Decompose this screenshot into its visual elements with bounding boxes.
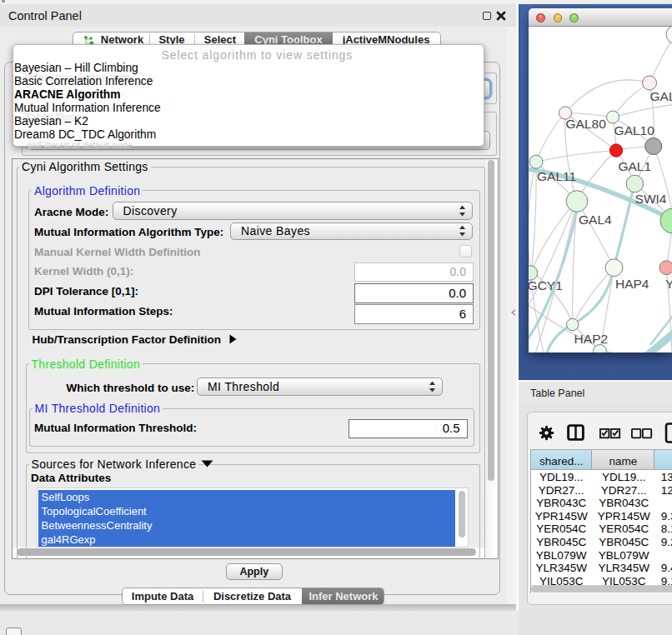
svg-text:GAL80: GAL80 [566,116,607,130]
svg-text:GAL11: GAL11 [537,169,576,183]
svg-text:GAL10: GAL10 [614,122,655,137]
svg-text:YM: YM [665,277,672,291]
svg-text:GCY1: GCY1 [529,278,563,292]
svg-text:GAL7: GAL7 [650,88,672,102]
svg-text:GAL1: GAL1 [618,158,651,172]
svg-text:GAL4: GAL4 [579,212,612,226]
svg-text:SWI4: SWI4 [635,192,667,206]
svg-text:HAP2: HAP2 [574,332,609,346]
svg-text:HAP4: HAP4 [615,277,649,291]
